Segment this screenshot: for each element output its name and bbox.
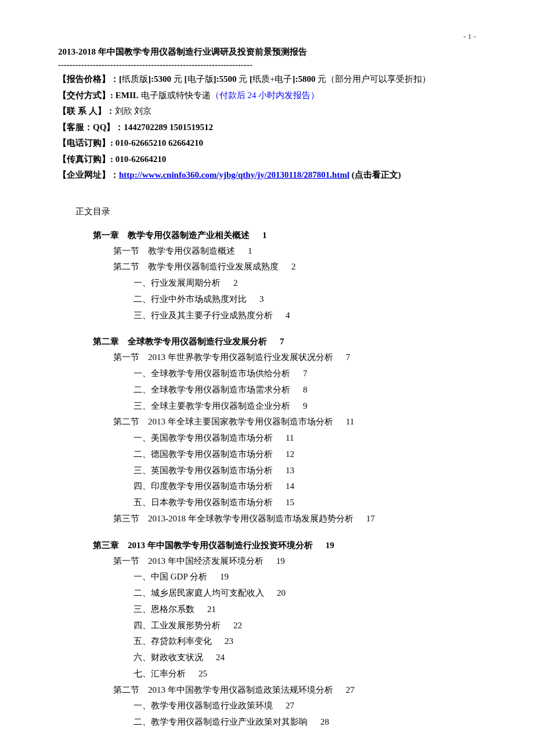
toc-text: 二、行业中外市场成熟度对比 — [134, 294, 247, 304]
toc-section: 第一节 2013 年世界教学专用仪器制造行业发展状况分析7 — [113, 350, 476, 366]
toc-text: 七、汇率分析 — [134, 669, 186, 678]
toc-page: 13 — [286, 466, 294, 475]
toc-text: 一、全球教学专用仪器制造市场供给分析 — [134, 369, 290, 378]
toc-page: 20 — [277, 588, 286, 597]
toc-page: 8 — [303, 385, 308, 394]
toc-item: 一、行业发展周期分析2 — [134, 275, 476, 291]
toc-text: 一、中国 GDP 分析 — [134, 572, 207, 581]
contact-line: 【联 系 人】：刘欣 刘京 — [58, 104, 476, 119]
toc-page: 14 — [286, 481, 294, 491]
toc-page: 15 — [286, 498, 294, 507]
price-e-label: 电子版 — [187, 74, 214, 84]
delivery-label: 【交付方式】: EMIL — [58, 91, 139, 100]
toc-text: 一、美国教学专用仪器制造市场分析 — [134, 433, 273, 442]
toc-item: 三、英国教学专用仪器制造市场分析13 — [134, 463, 476, 479]
toc-item: 六、财政收支状况24 — [134, 650, 476, 666]
toc-text: 二、教学专用仪器制造行业产业政策对其影响 — [134, 717, 308, 726]
toc-text: 三、恩格尔系数 — [134, 604, 194, 614]
toc-section: 第一节 教学专用仪器制造概述1 — [113, 243, 476, 260]
price-line: 【报告价格】：[纸质版]:5300 元 [电子版]:5500 元 [纸质+电子]… — [58, 72, 476, 87]
toc-text: 第一节 教学专用仪器制造概述 — [113, 246, 235, 255]
toc-text: 二、城乡居民家庭人均可支配收入 — [134, 588, 264, 597]
toc-page: 7 — [280, 337, 284, 346]
toc-page: 22 — [233, 621, 242, 630]
toc-section: 第二节 教学专用仪器制造行业发展成熟度2 — [113, 259, 476, 275]
toc-text: 第二节 2013 年中国教学专用仪器制造政策法规环境分析 — [113, 685, 333, 694]
toc-item: 二、全球教学专用仪器制造市场需求分析8 — [134, 382, 476, 398]
toc-text: 四、工业发展形势分析 — [134, 621, 221, 630]
toc-chapter: 第二章 全球教学专用仪器制造行业发展分析7 — [93, 334, 476, 350]
toc-text: 第一章 教学专用仪器制造产业相关概述 — [93, 231, 250, 240]
toc-text: 四、印度教学专用仪器制造市场分析 — [134, 481, 273, 491]
separator-line: ----------------------------------------… — [58, 60, 476, 70]
price-pe: ]:5800 — [292, 74, 315, 84]
toc-item: 一、教学专用仪器制造行业政策环境27 — [134, 698, 476, 714]
toc-item: 一、中国 GDP 分析19 — [134, 569, 476, 585]
yuan-2: 元 — [237, 74, 250, 84]
fax-line: 【传真订购】: 010-62664210 — [58, 152, 476, 167]
toc-text: 第一节 2013 年中国经济发展环境分析 — [113, 556, 264, 566]
toc-text: 五、日本教学专用仪器制造市场分析 — [134, 498, 273, 507]
delivery-note: （付款后 24 小时内发报告） — [211, 91, 320, 100]
price-suffix: 元（部分用户可以享受折扣） — [315, 74, 431, 84]
toc-chapter: 第三章 2013 年中国教学专用仪器制造行业投资环境分析19 — [93, 538, 476, 553]
toc-item: 三、恩格尔系数21 — [134, 602, 476, 618]
website-link[interactable]: http://www.cninfo360.com/yjbg/qthy/jy/20… — [119, 170, 349, 179]
toc-text: 三、行业及其主要子行业成熟度分析 — [134, 311, 273, 320]
toc-section: 第二节 2013 年中国教学专用仪器制造政策法规环境分析27 — [113, 682, 476, 699]
toc-page: 17 — [366, 514, 375, 523]
toc-page: 3 — [259, 294, 264, 304]
page-number: - 1 - — [463, 32, 476, 41]
phone-line: 【电话订购】: 010-62665210 62664210 — [58, 136, 476, 151]
toc-page: 27 — [346, 685, 355, 694]
toc-page: 23 — [225, 636, 233, 646]
toc-page: 11 — [346, 417, 354, 426]
toc-item: 二、教学专用仪器制造行业产业政策对其影响28 — [134, 714, 476, 730]
toc-page: 2 — [233, 278, 238, 287]
toc-section: 第一节 2013 年中国经济发展环境分析19 — [113, 553, 476, 570]
toc-text: 第三节 2013-2018 年全球教学专用仪器制造市场发展趋势分析 — [113, 514, 353, 523]
toc-page: 11 — [286, 433, 294, 442]
table-of-contents: 第一章 教学专用仪器制造产业相关概述1第一节 教学专用仪器制造概述1第二节 教学… — [58, 228, 476, 730]
toc-item: 二、德国教学专用仪器制造市场分析12 — [134, 447, 476, 463]
toc-page: 21 — [207, 604, 216, 614]
toc-page: 7 — [303, 369, 308, 378]
yuan-1: 元 — [171, 74, 185, 84]
toc-page: 27 — [286, 701, 294, 710]
price-label: 【报告价格】：[ — [58, 74, 122, 84]
qq-line: 【客服：QQ】：1442702289 1501519512 — [58, 120, 476, 135]
toc-section: 第二节 2013 年全球主要国家教学专用仪器制造市场分析11 — [113, 414, 476, 430]
toc-text: 三、英国教学专用仪器制造市场分析 — [134, 466, 273, 475]
toc-item: 一、全球教学专用仪器制造市场供给分析7 — [134, 366, 476, 382]
toc-page: 7 — [346, 352, 351, 362]
toc-text: 二、德国教学专用仪器制造市场分析 — [134, 449, 273, 459]
toc-page: 19 — [220, 572, 229, 581]
toc-page: 1 — [248, 246, 252, 255]
toc-page: 4 — [286, 311, 290, 320]
price-paper: ]:5300 — [148, 74, 171, 84]
toc-page: 25 — [199, 669, 207, 678]
toc-item: 三、全球主要教学专用仪器制造企业分析9 — [134, 398, 476, 415]
toc-item: 五、日本教学专用仪器制造市场分析15 — [134, 495, 476, 511]
toc-item: 二、行业中外市场成熟度对比3 — [134, 291, 476, 308]
price-paper-label: 纸质版 — [122, 74, 148, 84]
toc-item: 二、城乡居民家庭人均可支配收入20 — [134, 585, 476, 602]
url-label: 【企业网址】： — [58, 170, 119, 179]
toc-item: 四、印度教学专用仪器制造市场分析14 — [134, 478, 476, 495]
delivery-text: 电子版或特快专递 — [139, 91, 211, 100]
toc-page: 19 — [276, 556, 285, 566]
toc-item: 三、行业及其主要子行业成熟度分析4 — [134, 308, 476, 324]
contact-label: 【联 系 人】： — [58, 106, 115, 116]
delivery-line: 【交付方式】: EMIL 电子版或特快专递（付款后 24 小时内发报告） — [58, 88, 476, 103]
toc-page: 12 — [286, 449, 294, 459]
toc-text: 第一节 2013 年世界教学专用仪器制造行业发展状况分析 — [113, 352, 333, 362]
contact-names: 刘欣 刘京 — [115, 106, 152, 116]
toc-item: 七、汇率分析25 — [134, 666, 476, 682]
toc-text: 三、全球主要教学专用仪器制造企业分析 — [134, 401, 290, 411]
toc-text: 一、行业发展周期分析 — [134, 278, 221, 287]
toc-page: 2 — [291, 262, 296, 271]
price-e: ]:5500 — [214, 74, 237, 84]
toc-page: 9 — [303, 401, 308, 411]
url-line: 【企业网址】：http://www.cninfo360.com/yjbg/qth… — [58, 168, 476, 183]
toc-page: 28 — [320, 717, 329, 726]
